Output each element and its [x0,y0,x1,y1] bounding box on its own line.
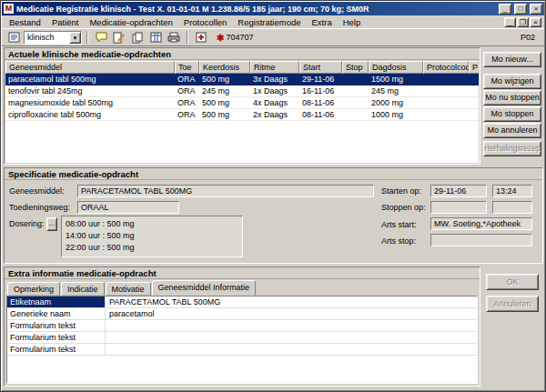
tab-indicatie[interactable]: Indicatie [61,282,105,296]
orders-table-header: Geneesmiddel Toe Keerdosis Ritme Start S… [5,61,479,74]
mo-nieuw-button[interactable]: Mo nieuw... [483,52,541,67]
stop-date-field [430,201,487,214]
start-date-field: 29-11-06 [430,185,487,197]
menu-item-help[interactable]: Help [338,16,367,28]
mdi-minimize-button[interactable]: _ [504,17,516,27]
comment-toolbar-button[interactable] [93,30,109,45]
cell-geneesmiddel: ciprofloxacine tabl 500mg [5,109,175,120]
cell-geneesmiddel: paracetamol tabl 500mg [5,74,175,85]
app-logo-icon: M [4,4,14,14]
cell-toe: ORA [175,74,199,85]
app-window: M Medicatie Registratie klinisch - Test … [0,0,546,392]
annuleren-button[interactable]: Annuleren [486,296,539,312]
specification-section-title: Specificatie medicatie-opdracht [5,168,542,180]
edit-order-toolbar-button[interactable] [111,30,127,45]
column-header-p[interactable]: P [469,61,479,74]
stoppen-op-label: Stoppen op: [381,203,426,212]
form-toolbar-button[interactable] [5,30,22,45]
cell-toe: ORA [175,97,199,108]
table-row-paracetamol[interactable]: paracetamol tabl 500mg ORA 500 mg 3x Daa… [5,74,479,85]
cell-keerdosis: 500 mg [199,74,250,85]
menu-item-extra[interactable]: Extra [307,16,338,28]
list-item[interactable]: Formularium tekst [7,320,477,332]
column-header-start[interactable]: Start [299,61,342,74]
table-row-magnesiumoxide[interactable]: magnesiumoxide tabl 500mg ORA 500 mg 4x … [5,97,479,109]
print-icon [167,32,180,43]
mo-stoppen-button[interactable]: Mo stoppen [483,106,541,122]
dosering-label: Dosering: [9,219,45,228]
menu-item-registratiemode[interactable]: Registratiemode [232,16,306,28]
cell-start: 16-11-06 [299,85,342,96]
print-toolbar-button[interactable] [166,30,182,45]
dosering-line: 08:00 uur : 500 mg [66,218,238,230]
grid-value [106,344,477,355]
schema-toolbar-button[interactable] [147,30,164,45]
cell-dagdosis: 245 mg [369,85,423,96]
toolbar: klinisch ▼ ✱ 704707 P02 [2,28,544,46]
orders-section: Actuele klinische medicatie-opdrachten G… [4,47,480,165]
cell-geneesmiddel: tenofovir tabl 245mg [5,85,175,96]
grid-label-etiketnaam: Etiketnaam [7,297,106,307]
cell-ritme: 1x Daags [250,85,299,96]
list-item[interactable]: Formularium tekst [7,332,477,344]
column-header-keerdosis[interactable]: Keerdosis [199,61,250,74]
list-item[interactable]: Etiketnaam PARACETAMOL TABL 500MG [7,297,477,308]
cell-keerdosis: 500 mg [199,109,250,120]
column-header-toe[interactable]: Toe [175,61,199,74]
arts-stop-field [430,234,532,246]
titlebar: M Medicatie Registratie klinisch - Test … [2,2,544,15]
table-row-ciprofloxacine[interactable]: ciprofloxacine tabl 500mg ORA 500 mg 2x … [5,109,479,121]
tab-geneesmiddel-informatie[interactable]: Geneesmiddel Informatie [152,280,257,296]
copy-order-icon [132,32,144,44]
menu-item-bestand[interactable]: Bestand [4,16,46,28]
copy-order-toolbar-button[interactable] [129,30,146,45]
mdi-close-button[interactable]: × [530,17,541,27]
grid-label-generieke-naam: Generieke naam [7,308,106,319]
tab-opmerking[interactable]: Opmerking [7,282,60,296]
comment-icon [96,32,107,43]
geneesmiddel-info-grid: Etiketnaam PARACETAMOL TABL 500MG Generi… [6,296,478,384]
cell-ritme: 4x Daags [250,97,299,108]
extra-info-section: Extra informatie medicatie-opdracht Opme… [4,266,480,387]
ok-button[interactable]: OK [486,274,539,290]
mo-annuleren-button[interactable]: Mo annuleren [483,123,541,138]
cell-protocolcode [423,74,469,85]
table-row-tenofovir[interactable]: tenofovir tabl 245mg ORA 245 mg 1x Daags… [5,85,479,97]
cell-dagdosis: 1000 mg [369,109,423,120]
chevron-down-icon[interactable]: ▼ [69,32,81,44]
menu-item-protocollen[interactable]: Protocollen [178,16,233,28]
protocol-toolbar-button[interactable] [193,30,209,45]
mo-nu-stoppen-button[interactable]: Mo nu stoppen [483,90,541,106]
column-header-ritme[interactable]: Ritme [250,61,299,74]
minimize-button[interactable]: _ [499,4,511,15]
menu-item-medicatie-opdrachten[interactable]: Medicatie-opdrachten [84,16,177,28]
list-item[interactable]: Formularium tekst [7,344,477,356]
toedieningsweg-field: ORAAL [77,201,179,214]
mode-combobox[interactable]: klinisch ▼ [24,31,82,45]
cell-dagdosis: 1500 mg [369,74,423,85]
window-title: Medicatie Registratie klinisch - Test X.… [16,5,496,14]
arts-start-field: MW. Soeting,*Apotheek [430,217,532,230]
close-button[interactable]: × [530,4,542,15]
herhalingsrecept-button[interactable]: Herhalingsrecept [483,141,541,156]
grid-label-formularium-tekst: Formularium tekst [7,332,106,343]
menu-item-patient[interactable]: Patiënt [46,16,85,28]
cell-keerdosis: 500 mg [199,97,250,108]
orders-table: Geneesmiddel Toe Keerdosis Ritme Start S… [5,61,479,163]
mo-wijzigen-button[interactable]: Mo wijzigen [483,74,541,89]
list-item[interactable]: Generieke naam paracetamol [7,308,477,320]
tab-motivatie[interactable]: Motivatie [106,282,151,296]
column-header-protocolcode[interactable]: Protocolcode [423,61,469,74]
maximize-button[interactable]: □ [514,4,527,15]
column-header-stop[interactable]: Stop [342,61,369,74]
dosering-schema-button[interactable]: … [46,217,57,231]
mdi-restore-button[interactable]: ❐ [517,17,529,27]
edit-order-icon [113,32,126,44]
patient-number-value: 704707 [226,33,253,42]
schema-icon [150,32,162,43]
cell-stop [342,97,369,108]
grid-label-formularium-tekst: Formularium tekst [7,344,106,355]
column-header-geneesmiddel[interactable]: Geneesmiddel [5,61,175,74]
column-header-dagdosis[interactable]: Dagdosis [369,61,423,74]
cell-toe: ORA [175,85,199,96]
